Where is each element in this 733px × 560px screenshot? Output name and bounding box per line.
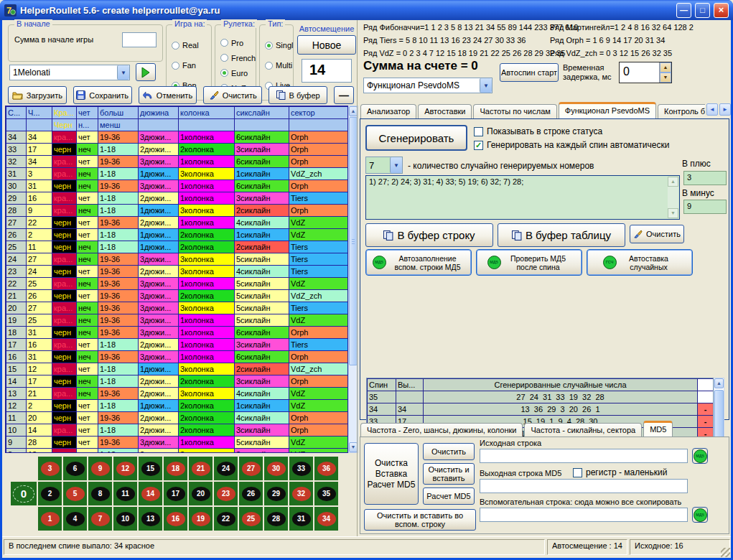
board-cell-5[interactable]: 5 (63, 482, 87, 505)
count-combobox[interactable]: 7 ▼ (365, 157, 403, 174)
table-row[interactable]: 3527 24 31 33 19 32 28 (368, 391, 714, 403)
table-row[interactable]: 1321кра...неч19-362дюжи...3колонка4сикла… (6, 388, 348, 400)
autobet-random-button[interactable]: ГСЧ Автоставка случайных (587, 249, 693, 276)
column-header[interactable] (698, 379, 714, 391)
column-header[interactable]: Спин (368, 379, 396, 391)
table-row[interactable]: 122чернчет1-181дюжи...2колонка1сиклайнVd… (6, 400, 348, 412)
plus-value-field[interactable]: 3 (683, 171, 727, 185)
column-header[interactable]: менш (98, 119, 139, 131)
register-checkbox[interactable]: регистр - маленький (573, 467, 667, 477)
clear-sequence-button[interactable]: Очистить (630, 225, 684, 243)
maximize-button[interactable]: □ (695, 3, 710, 18)
board-cell-23[interactable]: 23 (214, 482, 238, 505)
column-header[interactable]: Сгенерированные случайные числа (424, 379, 698, 391)
table-row[interactable]: 3031черннеч19-363дюжи...1колонка6сиклайн… (6, 180, 348, 192)
output-string-input[interactable] (480, 479, 688, 493)
table-row[interactable]: 1417черннеч1-182дюжи...2колонка3сиклайнO… (6, 375, 348, 388)
md5-clear-button[interactable]: Очистить (423, 443, 475, 460)
play-button[interactable] (136, 63, 156, 81)
board-cell-16[interactable]: 16 (164, 507, 187, 531)
table-row[interactable]: 343413 36 29 3 20 26 1- (368, 403, 714, 416)
radio-icon[interactable] (172, 42, 179, 50)
table-row[interactable]: 1716кра...чет1-182дюжи...1колонка3сиклай… (6, 339, 348, 351)
board-cell-36[interactable]: 36 (314, 457, 338, 480)
column-header[interactable] (289, 119, 348, 131)
board-cell-35[interactable]: 35 (314, 482, 338, 505)
close-button[interactable]: × (714, 3, 729, 18)
checkbox-icon[interactable]: ✓ (474, 141, 483, 150)
table-row[interactable]: 1925кра...неч19-363дюжи...1колонка5сикла… (6, 314, 348, 327)
load-button[interactable]: Загрузить (8, 86, 67, 104)
checkbox-icon[interactable] (474, 127, 483, 136)
autofill-md5-button[interactable]: МД5 Автозаполнение вспом. строки МД5 (365, 249, 472, 276)
tab-scroll-right-icon[interactable]: ► (719, 103, 731, 116)
board-cell-12[interactable]: 12 (113, 457, 137, 480)
board-cell-27[interactable]: 27 (239, 457, 263, 480)
board-cell-33[interactable]: 33 (289, 457, 313, 480)
tab-md5[interactable]: MD5 (643, 421, 673, 438)
board-cell-15[interactable]: 15 (139, 457, 162, 480)
table-row[interactable]: 2916кра...чет1-182дюжи...1колонка3сиклай… (6, 192, 348, 205)
board-cell-30[interactable]: 30 (264, 457, 288, 480)
column-header[interactable]: н... (77, 119, 98, 131)
resize-grip[interactable] (721, 548, 730, 557)
clear-button[interactable]: Очистить (203, 86, 262, 104)
board-cell-8[interactable]: 8 (88, 482, 112, 505)
aux-string-input[interactable] (480, 508, 688, 522)
generate-button[interactable]: Сгенерировать (365, 125, 467, 151)
column-header[interactable]: больш (98, 107, 139, 119)
column-header[interactable]: Черн (52, 119, 77, 131)
board-cell-22[interactable]: 22 (214, 507, 238, 531)
tab-частота-сиклайны-сектора[interactable]: Частота - сиклайны, сектора (524, 423, 642, 438)
preset-combobox[interactable]: 1Melonati ▼ (9, 65, 130, 80)
chevron-down-icon[interactable]: ▼ (480, 78, 492, 93)
minimize-button[interactable]: — (676, 3, 691, 18)
board-cell-1[interactable]: 1 (38, 507, 62, 531)
board-cell-18[interactable]: 18 (164, 457, 187, 480)
checkbox-icon[interactable] (573, 468, 582, 477)
radio-multi[interactable]: Multi (265, 61, 291, 70)
undo-button[interactable]: Отменить (139, 86, 197, 104)
radio-euro[interactable]: Euro (220, 69, 254, 78)
spinner-up-icon[interactable]: ▲ (660, 62, 671, 73)
md5-clear-paste-calc-button[interactable]: Очистка Вставка Расчет MD5 (364, 443, 419, 505)
md5-calc-icon-button[interactable]: МД5 (692, 507, 708, 523)
chevron-down-icon[interactable]: ▼ (117, 65, 129, 80)
board-cell-19[interactable]: 19 (189, 507, 213, 531)
radio-fan[interactable]: Fan (172, 61, 210, 70)
scroll-up-icon[interactable]: ▲ (668, 177, 678, 187)
tab-scroll-left-icon[interactable]: ◄ (706, 103, 718, 116)
column-header[interactable]: колонка (179, 107, 235, 119)
radio-icon[interactable] (265, 42, 273, 50)
column-header[interactable]: чет (77, 107, 98, 119)
tab-частота-zero-шансы-дюжины-колонки[interactable]: Частота - Zero, шансы, дюжины, колонки (360, 423, 523, 438)
table-row[interactable]: 3434кра...чет19-363дюжи...1колонка6сикла… (6, 131, 348, 144)
tab-автоставки[interactable]: Автоставки (418, 104, 472, 119)
table-row[interactable]: 818кра...чет1-182дюжи...3колонка3сиклайн… (6, 449, 348, 454)
board-cell-25[interactable]: 25 (239, 507, 263, 531)
board-cell-10[interactable]: 10 (113, 507, 137, 531)
chevron-down-icon[interactable]: ▼ (390, 157, 402, 173)
board-cell-31[interactable]: 31 (289, 507, 313, 531)
column-header[interactable]: сектор (289, 107, 348, 119)
radio-pro[interactable]: Pro (220, 39, 254, 47)
table-row[interactable]: 3317черннеч1-182дюжи...2колонка3сиклайнO… (6, 144, 348, 156)
board-cell-14[interactable]: 14 (139, 482, 162, 505)
md5-clear-and-paste-button[interactable]: Очистить и вставить (423, 463, 475, 485)
column-header[interactable]: дюжина (139, 107, 179, 119)
column-header[interactable] (6, 119, 27, 131)
column-header[interactable] (179, 119, 235, 131)
radio-icon[interactable] (220, 69, 228, 77)
board-cell-6[interactable]: 6 (63, 457, 87, 480)
table-row[interactable]: 3234кра...чет19-363дюжи...1колонка6сикла… (6, 156, 348, 168)
board-cell-11[interactable]: 11 (113, 482, 137, 505)
radio-icon[interactable] (265, 62, 273, 70)
source-string-input[interactable] (480, 449, 688, 463)
md5-calc-button[interactable]: Расчет MD5 (423, 487, 475, 505)
board-cell-3[interactable]: 3 (38, 457, 62, 480)
title-bar[interactable]: 7 HelperRoullet 5.6- create helperroulle… (0, 0, 733, 20)
md5-clear-paste-aux-button[interactable]: Очистить и вставить во вспом. строку (364, 509, 476, 531)
table-row[interactable]: 2225кра...неч19-363дюжи...1колонка5сикла… (6, 278, 348, 290)
buffer-table-button[interactable]: В буфер таблицу (498, 223, 625, 247)
board-cell-21[interactable]: 21 (189, 457, 213, 480)
